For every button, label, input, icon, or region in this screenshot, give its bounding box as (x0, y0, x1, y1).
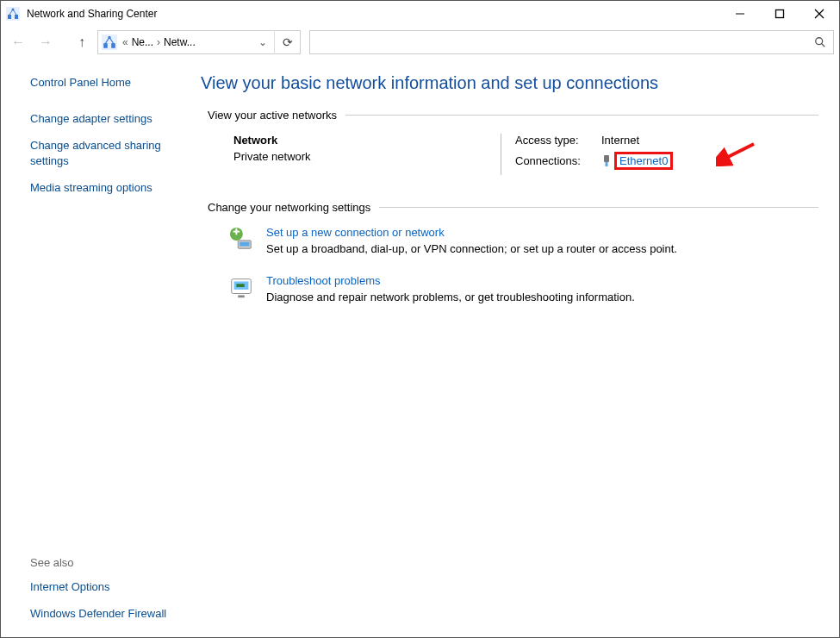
svg-point-3 (12, 9, 15, 11)
svg-rect-9 (103, 43, 108, 48)
troubleshoot-icon (228, 274, 254, 300)
access-type-value: Internet (601, 134, 639, 147)
troubleshoot-item: Troubleshoot problems Diagnose and repai… (228, 274, 818, 303)
svg-point-12 (816, 38, 823, 45)
breadcrumb-seg-1[interactable]: Ne... (130, 36, 155, 48)
up-button[interactable]: ↑ (70, 30, 94, 54)
change-settings-label: Change your networking settings (208, 201, 370, 214)
forward-button[interactable]: → (34, 30, 58, 54)
control-panel-home-link[interactable]: Control Panel Home (30, 75, 180, 91)
internet-options-link[interactable]: Internet Options (30, 579, 180, 595)
address-dropdown[interactable]: ⌄ (252, 36, 274, 48)
back-button[interactable]: ← (6, 30, 30, 54)
svg-rect-21 (240, 242, 249, 247)
minimize-button[interactable] (720, 1, 760, 27)
address-bar[interactable]: « Ne... › Netw... ⌄ ⟳ (97, 30, 301, 54)
svg-rect-15 (606, 162, 608, 166)
page-heading: View your basic network information and … (201, 73, 818, 93)
active-networks-label: View your active networks (208, 109, 337, 122)
svg-rect-1 (8, 15, 11, 19)
svg-point-11 (108, 36, 110, 39)
network-type: Private network (233, 150, 501, 163)
connections-label: Connections: (515, 154, 601, 167)
callout-arrow-icon (716, 141, 757, 166)
troubleshoot-link[interactable]: Troubleshoot problems (266, 274, 635, 287)
access-type-label: Access type: (515, 134, 601, 147)
maximize-button[interactable] (760, 1, 800, 27)
setup-connection-icon (228, 226, 254, 252)
vertical-divider (501, 134, 501, 175)
svg-rect-19 (235, 228, 237, 235)
search-box[interactable] (309, 30, 834, 54)
setup-connection-link[interactable]: Set up a new connection or network (266, 226, 677, 239)
divider (379, 207, 818, 208)
change-advanced-sharing-link[interactable]: Change advanced sharing settings (30, 138, 180, 168)
app-icon (6, 7, 20, 21)
search-input[interactable] (310, 31, 807, 53)
svg-line-16 (723, 144, 754, 160)
firewall-link[interactable]: Windows Defender Firewall (30, 606, 180, 622)
chevron-right-icon: › (155, 36, 162, 48)
svg-rect-2 (15, 15, 18, 19)
address-icon (102, 34, 117, 50)
ethernet-icon (601, 155, 612, 167)
window-title: Network and Sharing Center (27, 8, 720, 20)
setup-connection-item: Set up a new connection or network Set u… (228, 226, 818, 255)
svg-rect-25 (238, 295, 245, 297)
network-name: Network (233, 134, 501, 147)
ethernet-highlight: Ethernet0 (614, 152, 673, 170)
svg-rect-14 (604, 155, 609, 162)
svg-rect-5 (776, 10, 784, 18)
close-button[interactable] (800, 1, 839, 27)
title-bar: Network and Sharing Center (1, 1, 839, 27)
svg-rect-24 (236, 284, 244, 287)
svg-line-13 (822, 44, 825, 47)
search-icon[interactable] (807, 31, 833, 53)
setup-connection-desc: Set up a broadband, dial-up, or VPN conn… (266, 242, 677, 255)
refresh-button[interactable]: ⟳ (274, 30, 300, 54)
breadcrumb-prefix[interactable]: « (121, 36, 130, 48)
left-nav: Control Panel Home Change adapter settin… (1, 58, 190, 637)
main-pane: View your basic network information and … (190, 58, 839, 637)
ethernet-link[interactable]: Ethernet0 (619, 154, 668, 167)
change-settings-header: Change your networking settings (208, 201, 818, 214)
see-also-label: See also (30, 556, 180, 569)
media-streaming-options-link[interactable]: Media streaming options (30, 180, 180, 196)
svg-rect-10 (111, 43, 115, 48)
troubleshoot-desc: Diagnose and repair network problems, or… (266, 291, 635, 303)
nav-row: ← → ↑ « Ne... › Netw... ⌄ ⟳ (1, 27, 839, 58)
divider (345, 115, 818, 116)
breadcrumb-seg-2[interactable]: Netw... (162, 36, 197, 48)
change-adapter-settings-link[interactable]: Change adapter settings (30, 111, 180, 127)
active-networks-header: View your active networks (208, 109, 818, 122)
